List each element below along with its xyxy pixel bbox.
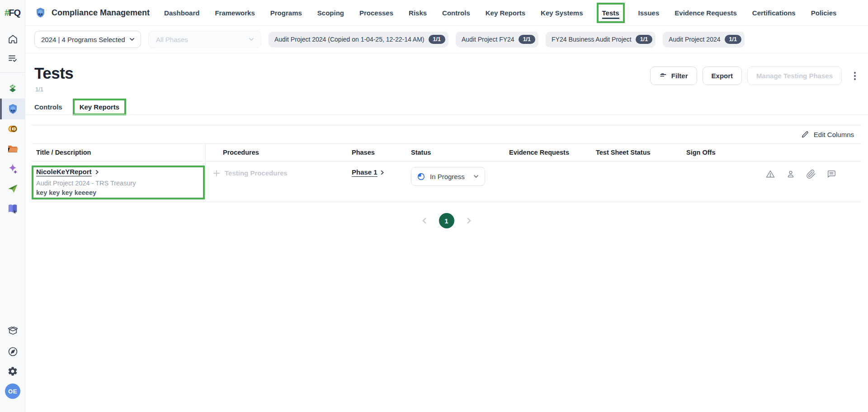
programs-rings-icon: [7, 123, 19, 135]
program-chip[interactable]: Audit Project 2024 1/1: [663, 32, 745, 47]
nav-item-dashboard[interactable]: Dashboard: [164, 9, 199, 17]
chip-count-badge: 1/1: [519, 35, 535, 44]
nav-item-tests[interactable]: Tests: [597, 3, 625, 23]
main-content: Tests 1/1 Filter Export Manage Testing P…: [25, 53, 868, 412]
status-dropdown[interactable]: In Progress: [411, 167, 485, 186]
previous-page-icon[interactable]: [421, 217, 428, 224]
program-chip-label: Audit Project 2024 (Copied on 1-04-25, 1…: [274, 36, 425, 43]
phases-cell: Phase 1: [348, 161, 407, 202]
more-options-kebab-icon[interactable]: [849, 66, 861, 85]
program-chip[interactable]: Audit Project 2024 (Copied on 1-04-25, 1…: [269, 32, 448, 47]
program-chip[interactable]: FY24 Business Audit Project 1/1: [546, 32, 656, 47]
program-chip-label: FY24 Business Audit Project: [552, 36, 632, 43]
program-chip[interactable]: Audit Project FY24 1/1: [456, 32, 538, 47]
test-title-text: NicoleKeYReport: [36, 168, 92, 176]
sidebar-item-library-app[interactable]: [0, 200, 25, 217]
nav-item-issues[interactable]: Issues: [638, 9, 660, 17]
toolbar: Filter Export Manage Testing Phases: [650, 66, 861, 85]
program-chip-label: Audit Project FY24: [462, 36, 514, 43]
compliance-shield-icon: [7, 103, 19, 115]
app-shield-icon: [34, 7, 47, 19]
column-header-test-sheet-status: Test Sheet Status: [591, 149, 682, 156]
sidebar-item-settings[interactable]: [0, 363, 25, 379]
nav-item-scoping[interactable]: Scoping: [317, 9, 344, 17]
projects-folder-icon: [7, 143, 19, 155]
test-program-label: Audit Project 2024 - TRS Treasury: [36, 180, 199, 187]
chip-count-badge: 1/1: [429, 35, 445, 44]
chip-count-badge: 1/1: [636, 35, 652, 44]
frameworks-layers-icon: [7, 83, 19, 95]
compass-icon: [7, 346, 19, 357]
chevron-down-icon: [473, 173, 479, 180]
chevron-down-icon: [248, 36, 255, 43]
sidebar-item-home[interactable]: [0, 31, 25, 47]
edit-columns-button[interactable]: Edit Columns: [32, 125, 861, 144]
filter-lines-icon: [659, 72, 667, 80]
nav-item-processes[interactable]: Processes: [359, 9, 393, 17]
sidebar: #FQ: [0, 0, 25, 412]
evidence-requests-cell: [505, 161, 591, 202]
pencil-icon: [801, 130, 809, 139]
tab-controls[interactable]: Controls: [34, 103, 62, 111]
program-chip-label: Audit Project 2024: [669, 36, 720, 43]
table-header-row: Title / Description Procedures Phases St…: [32, 144, 861, 161]
column-header-evidence-requests: Evidence Requests: [505, 149, 591, 156]
page-number-button[interactable]: 1: [439, 213, 454, 228]
nav-item-controls[interactable]: Controls: [442, 9, 470, 17]
nav-item-evidence-requests[interactable]: Evidence Requests: [675, 9, 737, 17]
plus-icon: [212, 169, 221, 177]
page-title: Tests: [34, 64, 73, 82]
nav-item-risks[interactable]: Risks: [409, 9, 427, 17]
user-avatar[interactable]: OE: [5, 384, 20, 399]
nav-item-policies[interactable]: Policies: [811, 9, 837, 17]
filter-button[interactable]: Filter: [650, 66, 697, 85]
column-header-status: Status: [407, 149, 505, 156]
add-testing-procedures[interactable]: Testing Procedures: [206, 161, 348, 202]
sidebar-divider: [0, 72, 25, 73]
top-nav: Compliance Management Dashboard Framewor…: [25, 0, 868, 26]
phase-selector[interactable]: All Phases: [148, 31, 261, 48]
in-progress-pie-icon: [417, 172, 425, 181]
nav-item-key-systems[interactable]: Key Systems: [541, 9, 583, 17]
comment-bubble-icon[interactable]: [826, 169, 836, 179]
logo-fq: FQ: [9, 8, 20, 18]
next-page-icon[interactable]: [465, 217, 472, 224]
manage-testing-phases-button[interactable]: Manage Testing Phases: [747, 66, 842, 85]
column-header-sign-offs: Sign Offs: [682, 149, 861, 156]
nav-item-programs[interactable]: Programs: [270, 9, 302, 17]
assignee-person-icon[interactable]: [786, 169, 796, 179]
attachment-paperclip-icon[interactable]: [806, 169, 816, 179]
export-button-label: Export: [712, 72, 733, 80]
nav-item-key-reports[interactable]: Key Reports: [486, 9, 525, 17]
sidebar-item-projects-app[interactable]: [0, 141, 25, 157]
sign-offs-cell: [682, 161, 861, 202]
sidebar-item-compliance-app[interactable]: [0, 101, 25, 117]
tabs-underline: [25, 114, 868, 115]
filter-bar: 2024 | 4 Programs Selected All Phases Au…: [25, 26, 868, 53]
filter-button-label: Filter: [671, 72, 688, 80]
manage-testing-phases-label: Manage Testing Phases: [756, 72, 833, 80]
program-selector[interactable]: 2024 | 4 Programs Selected: [34, 31, 141, 48]
phase-link[interactable]: Phase 1: [352, 168, 385, 177]
nav-item-certifications[interactable]: Certifications: [752, 9, 796, 17]
pagination: 1: [32, 213, 861, 228]
sidebar-item-frameworks-app[interactable]: [0, 81, 25, 97]
chevron-down-icon: [129, 36, 135, 43]
sidebar-item-sparkle-app[interactable]: [0, 161, 25, 177]
reports-send-icon: [7, 183, 19, 194]
tab-key-reports[interactable]: Key Reports: [73, 99, 126, 115]
test-description: key key key keeeey: [36, 189, 199, 196]
alert-triangle-icon[interactable]: [765, 169, 775, 179]
table-row: NicoleKeYReport Audit Project 2024 - TRS…: [32, 161, 861, 202]
sidebar-item-reports-app[interactable]: [0, 180, 25, 197]
sidebar-item-integrations[interactable]: [0, 322, 25, 339]
test-title-link[interactable]: NicoleKeYReport: [36, 168, 199, 176]
sidebar-item-explore[interactable]: [0, 343, 25, 360]
phase-selector-placeholder: All Phases: [156, 36, 188, 43]
app-root: #FQ: [0, 0, 868, 412]
sidebar-item-programs-app[interactable]: [0, 121, 25, 137]
sidebar-item-tasks[interactable]: [0, 50, 25, 66]
nav-item-frameworks[interactable]: Frameworks: [215, 9, 255, 17]
app-title: Compliance Management: [52, 8, 150, 18]
export-button[interactable]: Export: [703, 66, 742, 85]
